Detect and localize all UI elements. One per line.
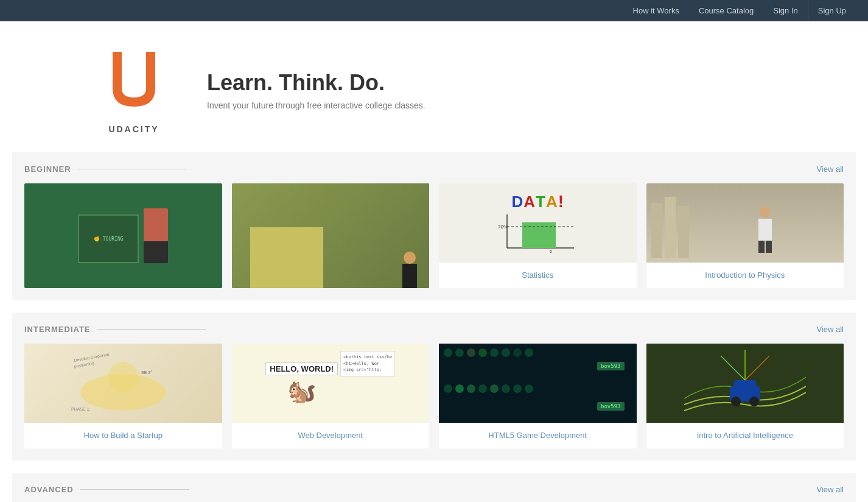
beginner-header: BEGINNER View all <box>24 164 844 174</box>
advanced-section: ADVANCED View all <box>12 473 856 502</box>
course-card-physics[interactable]: Introduction to Physics <box>646 183 844 288</box>
course-card-webdev[interactable]: HELLO, WORLD! 🐿️ <b>this text is</b> <h1… <box>232 344 430 448</box>
course-name-html5: HTML5 Game Development <box>439 423 637 448</box>
course-card-startup[interactable]: Develop Corporate positioning SE 2° PHAS… <box>24 344 222 448</box>
logo-icon <box>107 46 161 122</box>
beginner-section: BEGINNER View all ✊ TOURING Intro to Com… <box>12 152 856 300</box>
svg-line-16 <box>721 356 745 380</box>
intermediate-header: INTERMEDIATE View all <box>24 325 844 334</box>
nav-course-catalog[interactable]: Course Catalog <box>689 0 763 21</box>
svg-point-14 <box>731 397 741 406</box>
course-card-algebra[interactable]: College Algebra <box>232 183 430 288</box>
intermediate-section: INTERMEDIATE View all Develop Corporate … <box>12 313 856 461</box>
hero-text: Learn. Think. Do. Invent your future thr… <box>195 70 425 110</box>
svg-text:PHASE 1:: PHASE 1: <box>71 407 91 411</box>
nav-how-it-works[interactable]: How it Works <box>623 0 689 21</box>
course-name-webdev: Web Development <box>232 423 430 448</box>
svg-rect-13 <box>734 380 756 392</box>
course-name-startup: How to Build a Startup <box>24 423 222 448</box>
svg-rect-2 <box>522 222 556 248</box>
course-name-ai: Intro to Artificial Intelligence <box>646 423 844 448</box>
nav-sign-in[interactable]: Sign In <box>763 0 807 21</box>
hero-subtitle: Invent your future through free interact… <box>207 101 425 110</box>
hero-tagline: Learn. Think. Do. <box>207 70 425 96</box>
svg-text:SE 2°: SE 2° <box>141 370 152 375</box>
logo-name: UDACITY <box>108 124 159 134</box>
navbar: How it Works Course Catalog Sign In Sign… <box>0 0 868 21</box>
beginner-title: BEGINNER <box>24 164 187 174</box>
svg-line-18 <box>745 356 769 380</box>
intermediate-title: INTERMEDIATE <box>24 325 206 334</box>
logo-area: UDACITY <box>97 46 170 134</box>
svg-point-15 <box>749 397 759 406</box>
course-card-html5[interactable]: bov593 bov593 HTML5 Game Development <box>439 344 637 448</box>
course-name-physics: Introduction to Physics <box>646 263 844 288</box>
nav-sign-up[interactable]: Sign Up <box>808 0 856 21</box>
beginner-course-grid: ✊ TOURING Intro to Computer Science <box>24 183 844 288</box>
svg-text:70%: 70% <box>498 224 508 230</box>
svg-text:6: 6 <box>550 249 552 253</box>
svg-point-7 <box>108 362 138 392</box>
course-name-stats: Statistics <box>439 263 637 288</box>
intermediate-view-all[interactable]: View all <box>816 325 844 334</box>
course-card-cs[interactable]: ✊ TOURING Intro to Computer Science <box>24 183 222 288</box>
beginner-view-all[interactable]: View all <box>816 164 844 174</box>
course-card-ai[interactable]: Intro to Artificial Intelligence <box>646 344 844 448</box>
course-card-stats[interactable]: D A T A ! 70% 6 Statist <box>439 183 637 288</box>
advanced-title: ADVANCED <box>24 485 189 494</box>
advanced-view-all[interactable]: View all <box>816 485 844 494</box>
svg-text:positioning: positioning <box>74 361 94 369</box>
advanced-header: ADVANCED View all <box>24 485 844 494</box>
intermediate-course-grid: Develop Corporate positioning SE 2° PHAS… <box>24 344 844 448</box>
hero-section: UDACITY Learn. Think. Do. Invent your fu… <box>0 21 868 152</box>
